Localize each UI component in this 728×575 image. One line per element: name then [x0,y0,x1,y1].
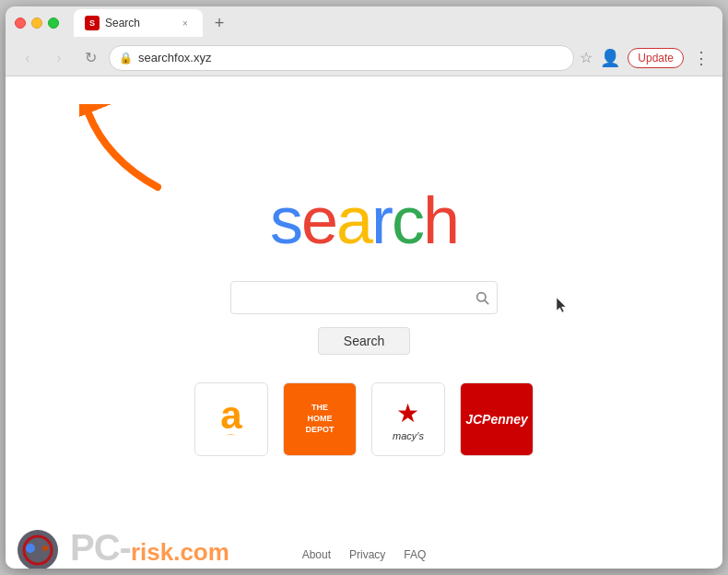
svg-line-2 [485,300,488,304]
new-tab-button[interactable]: + [206,10,232,36]
shortcuts-row: a ⌒ THEHOMEDEPOT ★ macy's JCPenney [194,382,534,456]
traffic-lights [15,18,59,29]
logo-letter-r: r [371,183,392,257]
page-content: search Search a ⌒ [6,76,722,569]
tab-favicon: S [85,16,100,30]
search-input[interactable] [239,290,475,305]
address-bar-area: ‹ › ↻ 🔒 searchfox.xyz ☆ 👤 Update ⋮ [6,40,722,76]
back-button[interactable]: ‹ [15,45,41,71]
bookmark-button[interactable]: ☆ [580,49,593,66]
address-bar[interactable]: 🔒 searchfox.xyz [109,45,574,71]
logo-letter-c: c [392,183,423,257]
arrow-annotation [79,104,181,209]
logo-letter-a: a [336,183,371,257]
profile-button[interactable]: 👤 [598,46,622,70]
footer-link-about[interactable]: About [302,548,331,561]
tab-close-button[interactable]: × [179,17,192,29]
footer-link-faq[interactable]: FAQ [404,548,426,561]
macys-logo: ★ macy's [393,398,424,441]
logo-letter-e: e [301,183,336,257]
shortcut-jcpenney[interactable]: JCPenney [460,382,534,456]
url-text: searchfox.xyz [138,51,564,65]
close-traffic-light[interactable] [15,18,26,29]
forward-button[interactable]: › [46,45,72,71]
maximize-traffic-light[interactable] [48,18,59,29]
cursor [557,298,566,312]
tab-area: S Search × + [74,9,713,37]
amazon-logo: a ⌒ [220,393,241,446]
browser-menu-button[interactable]: ⋮ [689,48,713,68]
shortcut-macys[interactable]: ★ macy's [371,382,445,456]
jcpenney-logo: JCPenney [461,383,533,455]
tab-title: Search [105,17,173,29]
reload-button[interactable]: ↻ [77,45,103,71]
homedepot-logo: THEHOMEDEPOT [284,383,356,455]
arrow-svg [79,104,181,205]
search-logo: search [270,187,458,253]
logo-letter-h: h [423,183,458,257]
browser-window: S Search × + ‹ › ↻ 🔒 searchfox.xyz ☆ 👤 U… [6,6,722,569]
active-tab[interactable]: S Search × [74,9,203,37]
search-button[interactable]: Search [318,327,410,355]
search-icon-button[interactable] [475,290,489,305]
footer-link-privacy[interactable]: Privacy [349,548,385,561]
search-input-wrapper[interactable] [230,281,498,314]
search-box-area: Search [230,281,498,355]
update-button[interactable]: Update [628,48,684,68]
footer-links: About Privacy FAQ [6,548,722,561]
shortcut-amazon[interactable]: a ⌒ [194,382,268,456]
lock-icon: 🔒 [119,52,133,65]
title-bar: S Search × + [6,6,722,40]
shortcut-homedepot[interactable]: THEHOMEDEPOT [283,382,357,456]
minimize-traffic-light[interactable] [31,18,42,29]
macys-star-icon: ★ [396,398,419,428]
logo-letter-s: s [270,183,301,257]
